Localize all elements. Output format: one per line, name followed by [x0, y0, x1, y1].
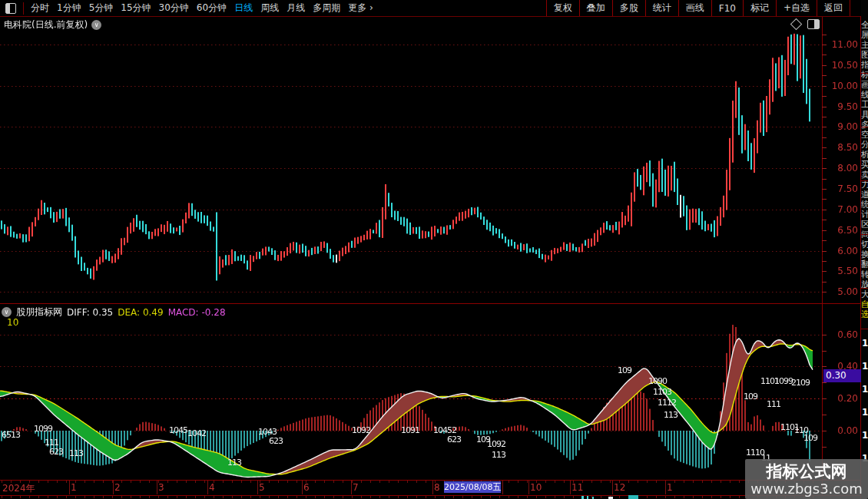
toolbar-button[interactable]: +自选 [776, 0, 817, 16]
strip-digit: 1 [862, 332, 868, 355]
period-tab[interactable]: 30分钟 [159, 2, 189, 15]
signal-label: 1042 [187, 428, 206, 438]
strip-separator [861, 73, 868, 74]
period-tab[interactable]: 15分钟 [121, 2, 151, 15]
period-tabs: 分时1分钟5分钟15分钟30分钟60分钟日线周线月线多周期更多 › [31, 2, 381, 15]
right-side-strip[interactable]: 全屏主图指标画线工具多空分析买卖力道统计区间切换翻转放大自选111111 [861, 0, 868, 499]
month-label: 4 [209, 482, 215, 493]
signal-label: 1091 [401, 425, 419, 435]
signal-label: 113 [664, 410, 678, 420]
signal-label: 6513 [2, 430, 20, 440]
strip-char: 分 [861, 140, 868, 150]
price-axis-label: 7.50 [823, 183, 858, 194]
indicator-axis-label: 0.60 [823, 329, 858, 340]
watermark: 指标公式网 www.zbgs3.com [745, 459, 868, 499]
signal-label: 623 [447, 435, 461, 444]
panel-toggle-icon[interactable] [807, 19, 820, 29]
strip-char: 翻 [861, 259, 868, 269]
dea-value: DEA: 0.49 [118, 307, 163, 318]
strip-char: 线 [861, 90, 868, 100]
signal-label: 113 [69, 448, 83, 458]
chart-corner-icons [792, 19, 820, 29]
toolbar-button[interactable]: 画线 [678, 0, 711, 16]
indicator-axis-label: 0.20 [823, 393, 858, 404]
strip-char: 工 [861, 100, 868, 110]
period-tab[interactable]: 月线 [287, 2, 305, 15]
strip-char: 统 [861, 200, 868, 210]
diamond-icon[interactable] [790, 18, 803, 31]
strip-char: 买 [861, 160, 868, 170]
page-title: 电科院(日线.前复权) [4, 18, 88, 31]
price-axis-label: 6.00 [823, 246, 858, 256]
strip-separator [861, 234, 868, 235]
signal-label: 111 [767, 399, 780, 409]
year-label: 2024年 [2, 482, 35, 495]
price-axis-label: 8.00 [823, 163, 858, 173]
price-axis-label: 5.50 [823, 266, 858, 276]
strip-char-highlight: 选 [861, 309, 868, 319]
macd-value: MACD: -0.28 [168, 307, 226, 318]
signal-label: 1099 [774, 376, 793, 386]
signal-label: 1045 [169, 425, 187, 435]
chevron-down-icon[interactable]: ∨ [2, 307, 12, 317]
toolbar-button[interactable]: 统计 [645, 0, 678, 16]
strip-separator [861, 329, 868, 329]
month-label: 7 [353, 482, 359, 493]
strip-char: 屏 [861, 30, 868, 40]
chart-title-row: 电科院(日线.前复权) ∨ [4, 18, 101, 31]
chevron-down-icon[interactable]: ∨ [91, 20, 101, 30]
period-tab[interactable]: 周线 [260, 2, 279, 15]
period-tab[interactable]: 多周期 [313, 2, 340, 15]
strip-char: 全 [861, 20, 868, 30]
chart-canvas[interactable] [0, 0, 868, 499]
sidebar-toggle-icon[interactable] [5, 3, 16, 14]
price-axis-label: 6.50 [823, 225, 858, 236]
price-axis-label: 11.00 [823, 39, 858, 50]
toolbar-button[interactable]: 多股 [612, 0, 645, 16]
strip-separator [861, 288, 868, 289]
signal-label: 1103 [653, 387, 671, 397]
bottom-pane-mark [581, 496, 584, 499]
signal-label: 2109 [791, 378, 810, 388]
toolbar-button[interactable]: 复权 [546, 0, 579, 16]
month-label: 11 [571, 482, 583, 493]
signal-label: 623 [269, 436, 283, 446]
signal-label: 113 [492, 450, 505, 460]
watermark-title: 指标公式网 [767, 462, 847, 481]
toolbar-button[interactable]: 标记 [743, 0, 776, 16]
period-tab[interactable]: 更多 › [348, 2, 373, 15]
period-tab[interactable]: 1分钟 [57, 2, 81, 15]
period-tab[interactable]: 日线 [234, 2, 253, 15]
bottom-pane-mark [628, 495, 638, 499]
strip-char: 具 [861, 110, 868, 120]
toolbar-right-buttons: 复权叠加多股统计画线F10标记+自选返回 [546, 0, 850, 16]
strip-char-highlight: 自 [861, 299, 868, 309]
signal-label: 109 [803, 433, 817, 443]
month-label: 5 [259, 482, 265, 493]
indicator-level-tag: 0.30 [823, 369, 862, 382]
toolbar-button[interactable]: F10 [711, 0, 743, 16]
strip-char: 标 [861, 70, 868, 80]
toolbar-button[interactable]: 返回 [817, 0, 850, 16]
strip-char: 道 [861, 190, 868, 200]
watermark-url: www.zbgs3.com [750, 481, 863, 497]
strip-char: 图 [861, 50, 868, 60]
price-axis-label: 9.00 [823, 121, 858, 132]
chart-window: 分时1分钟5分钟15分钟30分钟60分钟日线周线月线多周期更多 › 复权叠加多股… [0, 0, 868, 499]
indicator-param: 10 [7, 317, 18, 328]
strip-char: 主 [861, 40, 868, 50]
period-tab[interactable]: 60分钟 [197, 2, 227, 15]
date-cursor-tag: 2025/08/08五 [444, 481, 501, 493]
toolbar-button[interactable]: 叠加 [579, 0, 612, 16]
strip-char: 转 [861, 269, 868, 279]
strip-char: 区 [861, 220, 868, 230]
month-label: 12 [614, 482, 625, 493]
strip-char: 切 [861, 240, 868, 250]
price-axis-label: 5.00 [823, 286, 858, 297]
indicator-axis-label: 0.00 [823, 425, 858, 436]
period-tab[interactable]: 5分钟 [89, 2, 114, 15]
price-axis-label: 10.50 [823, 60, 858, 71]
signal-label: 1099 [34, 424, 52, 434]
strip-char: 换 [861, 250, 868, 259]
period-tab[interactable]: 分时 [31, 2, 49, 15]
